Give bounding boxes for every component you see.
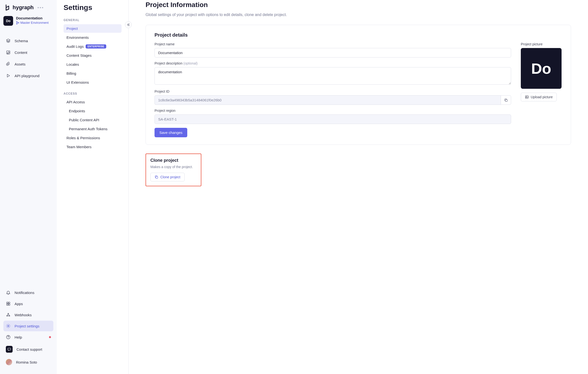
save-changes-button[interactable]: Save changes [155, 128, 187, 137]
settings-link-team-members[interactable]: Team Members [63, 143, 122, 151]
project-name: Documentation [16, 16, 49, 20]
svg-rect-17 [156, 176, 158, 178]
clone-project-card: Clone project Makes a copy of the projec… [146, 154, 201, 186]
project-description-input[interactable]: documentation [155, 67, 511, 85]
page-subtitle: Global settings of your project with opt… [146, 13, 571, 17]
svg-rect-5 [9, 302, 10, 303]
svg-point-9 [7, 316, 7, 316]
more-dots-icon[interactable] [38, 7, 43, 8]
project-header[interactable]: Do Documentation Master Environment [0, 15, 57, 31]
settings-heading: Settings [63, 3, 122, 12]
nav-webhooks[interactable]: Webhooks [3, 310, 53, 320]
svg-rect-4 [7, 302, 8, 303]
edit-icon [6, 50, 11, 55]
help-icon [6, 335, 11, 340]
nav-help[interactable]: Help [3, 332, 53, 343]
settings-link-public-content-api[interactable]: Public Content API [63, 116, 122, 124]
chevron-double-left-icon [127, 23, 130, 26]
svg-point-8 [8, 313, 9, 314]
project-details-card: Project details Project name Project des… [146, 25, 571, 145]
svg-point-0 [17, 21, 18, 22]
svg-point-2 [18, 22, 19, 23]
settings-group-general: GENERAL [63, 19, 122, 22]
nav-content[interactable]: Content [3, 47, 53, 58]
settings-link-content-stages[interactable]: Content Stages [63, 51, 122, 60]
svg-rect-6 [7, 304, 8, 305]
hygraph-logo-icon [5, 4, 10, 11]
nav-api-playground[interactable]: API playground [3, 70, 53, 81]
settings-column: Settings GENERAL Project Environments Au… [57, 0, 129, 374]
page-title: Project Information [146, 1, 571, 9]
brand-row: hygraph [0, 4, 57, 15]
settings-link-endpoints[interactable]: Endpoints [63, 107, 122, 115]
nav-contact-support[interactable]: Contact support [3, 343, 53, 355]
project-region-label: Project region [155, 109, 511, 113]
settings-link-locales[interactable]: Locales [63, 60, 122, 69]
copy-icon [504, 98, 508, 102]
project-name-input[interactable] [155, 48, 511, 57]
svg-rect-14 [505, 99, 507, 101]
svg-point-1 [17, 23, 18, 24]
settings-group-access: ACCESS [63, 92, 122, 95]
svg-rect-7 [9, 304, 10, 305]
nav-schema[interactable]: Schema [3, 35, 53, 46]
brand-name: hygraph [13, 4, 34, 11]
settings-link-ui-extensions[interactable]: UI Extensions [63, 78, 122, 87]
project-avatar: Do [3, 16, 13, 26]
gear-icon [6, 323, 11, 328]
nav-apps[interactable]: Apps [3, 298, 53, 309]
nav-bottom: Notifications Apps Webhooks Project sett… [0, 287, 57, 370]
bell-icon [6, 290, 11, 295]
settings-link-project[interactable]: Project [63, 24, 122, 33]
svg-point-10 [9, 316, 10, 316]
upload-picture-button[interactable]: Upload picture [521, 93, 557, 101]
project-id-input[interactable] [155, 95, 501, 105]
project-picture-label: Project picture [521, 42, 562, 46]
chat-icon [6, 346, 13, 353]
svg-point-11 [8, 325, 9, 327]
nav-main: Schema Content Assets API playground [0, 31, 57, 83]
image-icon [525, 95, 529, 99]
settings-link-permanent-auth-tokens[interactable]: Permanent Auth Tokens [63, 125, 122, 133]
nav-notifications[interactable]: Notifications [3, 287, 53, 298]
main-content: Project Information Global settings of y… [129, 0, 588, 374]
settings-link-api-access[interactable]: API Access [63, 98, 122, 106]
enterprise-badge: ENTERPRISE [86, 44, 106, 49]
svg-point-16 [526, 96, 527, 97]
svg-rect-13 [8, 348, 11, 350]
clone-heading: Clone project [150, 158, 197, 163]
settings-link-audit-logs[interactable]: Audit LogsENTERPRISE [63, 42, 122, 51]
webhook-icon [6, 312, 11, 317]
collapse-button[interactable] [125, 21, 132, 28]
clone-project-button[interactable]: Clone project [150, 173, 185, 181]
project-id-label: Project ID [155, 90, 511, 94]
attachment-icon [6, 62, 11, 66]
notification-dot-icon [49, 336, 51, 338]
project-region-input [155, 114, 511, 124]
project-picture: Do [521, 48, 562, 89]
project-environment[interactable]: Master Environment [16, 21, 49, 24]
grid-icon [6, 301, 11, 306]
copy-project-id-button[interactable] [501, 95, 511, 105]
project-details-heading: Project details [155, 32, 562, 38]
nav-assets[interactable]: Assets [3, 59, 53, 69]
layers-icon [6, 38, 11, 43]
sidebar-left: hygraph Do Documentation Master Environm… [0, 0, 57, 374]
project-name-label: Project name [155, 42, 511, 46]
branch-icon [16, 21, 19, 24]
play-icon [6, 73, 11, 78]
settings-link-environments[interactable]: Environments [63, 33, 122, 42]
nav-user-profile[interactable]: Romina Soto [3, 356, 53, 368]
settings-link-billing[interactable]: Billing [63, 69, 122, 78]
settings-link-roles-permissions[interactable]: Roles & Permissions [63, 134, 122, 142]
user-avatar-icon [6, 359, 12, 365]
project-description-label: Project description (optional) [155, 61, 511, 65]
clone-subtitle: Makes a copy of the project. [150, 165, 197, 169]
copy-icon [155, 175, 158, 179]
nav-project-settings[interactable]: Project settings [3, 321, 53, 331]
